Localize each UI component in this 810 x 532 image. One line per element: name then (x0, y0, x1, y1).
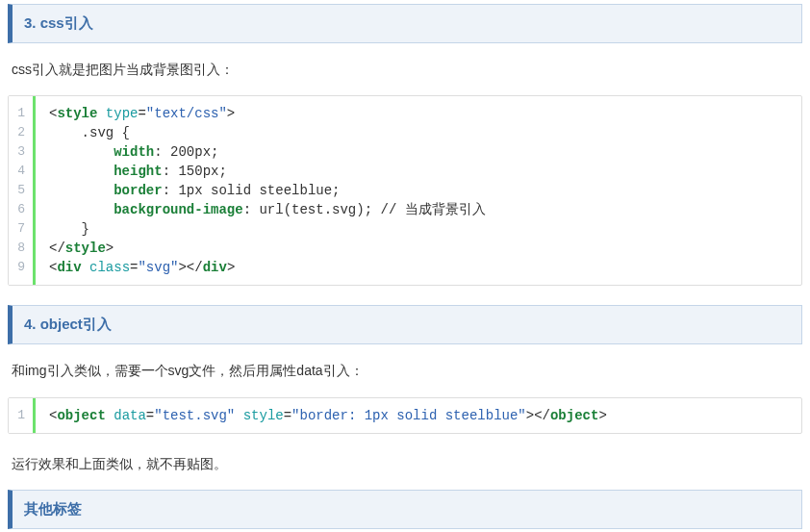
code-line: border: 1px solid steelblue; (49, 181, 788, 200)
code-line: height: 150px; (49, 162, 788, 181)
code-block-object: 1 <object data="test.svg" style="border:… (8, 397, 802, 434)
section-intro-css: css引入就是把图片当成背景图引入： (12, 59, 798, 80)
code-line: .svg { (49, 123, 788, 142)
line-number: 1 (14, 104, 25, 123)
line-number: 5 (14, 181, 25, 200)
code-line: background-image: url(test.svg); // 当成背景… (49, 200, 788, 219)
line-number: 1 (14, 406, 25, 425)
section-title: 3. css引入 (24, 14, 93, 31)
code-line: width: 200px; (49, 142, 788, 162)
line-number: 4 (14, 162, 25, 181)
section-header-other: 其他标签 (8, 490, 802, 529)
line-number: 8 (14, 239, 25, 258)
code-content[interactable]: <object data="test.svg" style="border: 1… (36, 398, 801, 433)
code-gutter: 1 (9, 398, 36, 433)
line-number: 6 (14, 200, 25, 219)
code-line: </style> (49, 239, 788, 258)
line-number: 7 (14, 219, 25, 239)
section-title: 4. object引入 (24, 316, 112, 332)
code-line: <style type="text/css"> (49, 104, 788, 123)
line-number: 3 (14, 142, 25, 162)
section-title: 其他标签 (24, 500, 82, 517)
section-header-object: 4. object引入 (8, 305, 802, 344)
line-number: 2 (14, 123, 25, 142)
section-outro-object: 运行效果和上面类似，就不再贴图。 (12, 453, 798, 474)
code-content[interactable]: <style type="text/css"> .svg { width: 20… (36, 96, 801, 285)
code-line: <object data="test.svg" style="border: 1… (49, 406, 788, 425)
code-gutter: 123456789 (9, 96, 36, 285)
code-line: } (49, 219, 788, 239)
section-intro-object: 和img引入类似，需要一个svg文件，然后用属性data引入： (12, 360, 798, 381)
code-block-css: 123456789 <style type="text/css"> .svg {… (8, 95, 802, 286)
section-header-css: 3. css引入 (8, 4, 802, 43)
line-number: 9 (14, 258, 25, 277)
code-line: <div class="svg"></div> (49, 258, 788, 277)
